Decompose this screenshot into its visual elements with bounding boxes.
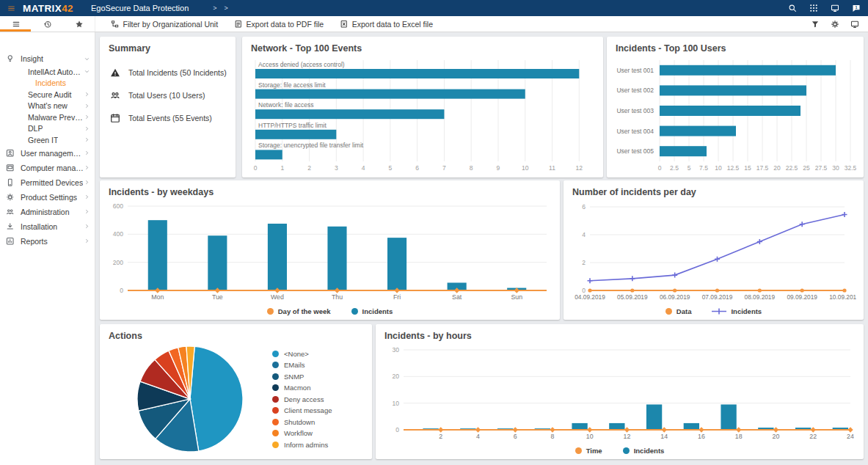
logo-42-text: 42 xyxy=(62,3,73,14)
sidebar-item-computer-management[interactable]: Computer management xyxy=(0,161,95,175)
per-day-chart-host: 024604.09.201905.09.201906.09.201907.09.… xyxy=(571,202,856,301)
apps-grid-icon[interactable] xyxy=(809,4,818,12)
toolbar-action-button-filter-by-organizational-unit[interactable]: Filter by Organizational Unit xyxy=(103,16,226,32)
svg-text:06.09.2019: 06.09.2019 xyxy=(660,293,690,301)
svg-text:16: 16 xyxy=(698,433,705,440)
per_day-chart: 024604.09.201905.09.201906.09.201907.09.… xyxy=(571,202,856,301)
svg-text:6: 6 xyxy=(582,203,586,210)
toolbar-action-button-export-data-to-excel-file[interactable]: Export data to Excel file xyxy=(332,16,441,32)
svg-text:2: 2 xyxy=(307,164,311,172)
svg-text:User test 001: User test 001 xyxy=(616,67,654,74)
network-events-title: Network - Top 100 Events xyxy=(251,43,362,54)
sidebar-item-label: Secure Audit xyxy=(28,90,72,99)
legend-item: Macmon xyxy=(272,384,365,392)
by_hours-chart: 010203024681012141618202224 xyxy=(383,346,856,440)
sidebar-item-user-management[interactable]: User management xyxy=(0,146,95,161)
hamburger-menu-icon[interactable] xyxy=(7,4,15,12)
legend-item: Day of the week xyxy=(267,307,331,315)
sidebar-item-intellact-automation[interactable]: IntellAct Automation xyxy=(0,66,95,78)
sidebar-item-product-settings[interactable]: Product Settings xyxy=(0,190,95,205)
toolbar-action-label: Filter by Organizational Unit xyxy=(123,20,219,29)
sidebar-item-what-s-new[interactable]: What's new xyxy=(0,100,95,112)
toolbar-action-button-export-data-to-pdf-file[interactable]: Export data to PDF file xyxy=(226,16,332,32)
dot-marker xyxy=(665,308,672,315)
svg-text:10.09.2019: 10.09.2019 xyxy=(829,293,856,301)
by-hours-chart-host: 010203024681012141618202224 xyxy=(383,346,856,440)
sidebar-item-permitted-devices[interactable]: Permitted Devices xyxy=(0,175,95,190)
legend-label: Macmon xyxy=(284,384,310,392)
warning-icon xyxy=(110,67,120,78)
people-icon xyxy=(6,208,21,216)
svg-text:10: 10 xyxy=(522,164,529,172)
tab-history[interactable] xyxy=(43,20,52,29)
sidebar-item-malware-prevention[interactable]: Malware Prevention xyxy=(0,111,95,123)
download-icon xyxy=(6,222,21,231)
top_users-chart: 02.557.51012.51517.52022.52527.53032.5Us… xyxy=(614,59,856,173)
svg-text:6: 6 xyxy=(415,164,419,172)
toolbar-action-label: Export data to PDF file xyxy=(247,20,324,29)
app-title: EgoSecure Data Protection xyxy=(91,4,189,12)
sidebar-item-reports[interactable]: Reports xyxy=(0,234,95,249)
sidebar-item-green-it[interactable]: Green IT xyxy=(0,134,95,146)
actions-title: Actions xyxy=(109,331,142,341)
legend-label: Shutdown xyxy=(284,418,315,426)
gear-icon[interactable] xyxy=(831,20,839,29)
chevron-down-icon xyxy=(84,68,90,75)
sidebar-item-label: Computer management xyxy=(21,164,84,172)
matrix42-logo[interactable]: MATRIX42 xyxy=(23,3,73,14)
breadcrumb-separator: > xyxy=(213,4,216,12)
chevron-right-icon xyxy=(84,91,90,98)
dot-marker xyxy=(272,351,279,357)
svg-text:9: 9 xyxy=(497,164,500,172)
sidebar-item-dlp[interactable]: DLP xyxy=(0,123,95,135)
chevron-right-icon xyxy=(84,103,90,109)
tab-navigation-list[interactable] xyxy=(12,20,21,29)
chevron-right-icon xyxy=(84,150,90,156)
svg-text:20: 20 xyxy=(773,433,780,440)
chevron-right-icon xyxy=(84,179,90,186)
sidebar-item-installation[interactable]: Installation xyxy=(0,219,95,234)
legend-label: Incidents xyxy=(362,307,393,315)
svg-text:Wed: Wed xyxy=(271,293,284,301)
svg-text:6: 6 xyxy=(514,433,517,440)
sidebar-item-administration[interactable]: Administration xyxy=(0,205,95,219)
sidebar-item-incidents[interactable]: Incidents xyxy=(0,78,95,89)
legend-item: Time xyxy=(575,447,602,455)
sidebar-item-label: Installation xyxy=(21,222,57,231)
people-icon xyxy=(110,90,120,100)
svg-text:7: 7 xyxy=(442,164,446,172)
svg-text:0: 0 xyxy=(658,164,662,172)
svg-text:10: 10 xyxy=(715,164,722,172)
svg-text:Fri: Fri xyxy=(393,293,401,301)
weekdays-legend: Day of the weekIncidents xyxy=(100,307,560,315)
summary-label: Total Users (10 Users) xyxy=(128,91,205,100)
legend-item: Inform admins xyxy=(272,441,365,449)
sidebar-item-secure-audit[interactable]: Secure Audit xyxy=(0,89,95,100)
device-icon xyxy=(6,178,21,187)
svg-text:11: 11 xyxy=(549,164,555,172)
tab-favorites[interactable] xyxy=(75,20,84,29)
toolbar: Filter by Organizational Unit Export dat… xyxy=(0,16,868,32)
sidebar-item-label: Reports xyxy=(21,237,48,246)
sidebar-item-insight[interactable]: Insight xyxy=(0,51,95,66)
svg-text:User test 005: User test 005 xyxy=(616,147,654,155)
per-day-legend: DataIncidents xyxy=(564,307,864,315)
by-hours-card: Incidents - by hours 0102030246810121416… xyxy=(376,324,864,459)
svg-text:8: 8 xyxy=(470,164,473,172)
per-day-card: Number of incidents per day 024604.09.20… xyxy=(564,180,864,320)
filter-icon[interactable] xyxy=(811,20,820,29)
sidebar-item-label: Insight xyxy=(21,54,43,63)
chat-notification-icon[interactable]: 1 xyxy=(852,4,861,12)
monitor-icon[interactable] xyxy=(831,4,839,12)
legend-item: Incidents xyxy=(351,307,393,315)
svg-text:2: 2 xyxy=(582,259,586,266)
legend-label: Incidents xyxy=(731,307,762,315)
org-tree-icon xyxy=(111,20,120,29)
excel-icon xyxy=(340,20,349,29)
monitor-settings-icon[interactable] xyxy=(850,20,859,29)
svg-text:1: 1 xyxy=(280,164,284,172)
per-day-title: Number of incidents per day xyxy=(572,187,696,197)
topbar: MATRIX42 EgoSecure Data Protection >> 1 xyxy=(0,0,868,16)
search-icon[interactable] xyxy=(788,4,797,12)
svg-text:08.09.2019: 08.09.2019 xyxy=(745,293,776,301)
